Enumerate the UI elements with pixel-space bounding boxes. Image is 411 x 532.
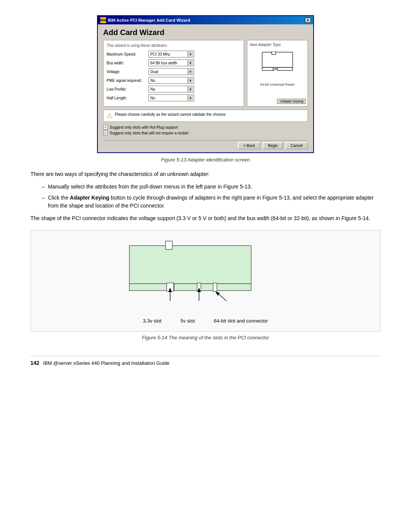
pci-labels: 3.3v slot 5v slot 64-bit slot and connec… <box>143 318 268 324</box>
select-speed[interactable]: PCI 33 Mhz ▼ <box>148 51 194 58</box>
svg-rect-1 <box>272 51 276 54</box>
adapter-diagram <box>250 48 305 81</box>
chevron-down-icon: ▼ <box>188 69 193 74</box>
chevron-down-icon: ▼ <box>188 86 193 92</box>
close-button[interactable]: × <box>305 18 311 23</box>
wizard-heading: Add Card Wizard <box>103 28 308 37</box>
page-number: 142 <box>30 360 39 366</box>
form-row-lowprofile: Low Profile: No ▼ <box>107 86 241 93</box>
chevron-down-icon: ▼ <box>188 51 193 57</box>
svg-rect-7 <box>166 241 172 249</box>
figure13-caption: Figure 5-13 Adapter identification scree… <box>30 157 381 163</box>
svg-rect-12 <box>213 283 217 291</box>
svg-rect-10 <box>167 283 174 291</box>
dialog-titlebar: IBM IBM Active PCI Manager Add Card Wiza… <box>98 16 313 24</box>
form-row-buswidth: Bus width: 64 Bit bus width ▼ <box>107 59 241 66</box>
svg-rect-0 <box>262 52 293 67</box>
dialog-title: IBM Active PCI Manager Add Card Wizard <box>108 18 190 22</box>
form-row-voltage: Voltage: Dual ▼ <box>107 68 241 75</box>
right-pane: New Adapter Type <box>247 40 308 107</box>
adapter-keying-button[interactable]: Adapter Keying <box>277 99 306 104</box>
select-buswidth[interactable]: 64 Bit bus width ▼ <box>148 59 194 66</box>
svg-rect-11 <box>197 283 201 291</box>
form-row-speed: Maximum Speed: PCI 33 Mhz ▼ <box>107 51 241 58</box>
svg-rect-3 <box>277 67 293 70</box>
svg-rect-4 <box>273 68 275 70</box>
select-halflength-value: No <box>150 96 188 100</box>
checkbox-hotplug[interactable]: ✓ <box>103 125 108 129</box>
chevron-down-icon: ▼ <box>188 60 193 66</box>
back-button[interactable]: < Back <box>238 142 260 149</box>
adapter-keying-bold: Adapter Keying <box>70 195 109 201</box>
checkbox-norestart[interactable]: ✓ <box>103 131 108 135</box>
pci-figure: 3.3v slot 5v slot 64-bit slot and connec… <box>30 230 381 332</box>
checkbox-section: ✓ Suggest only slots with Hot-Plug suppo… <box>103 124 308 137</box>
dialog-footer: < Back Begin Cancel <box>103 140 308 149</box>
label-voltage: Voltage: <box>107 70 148 74</box>
select-voltage-value: Dual <box>150 70 188 74</box>
list-item-1: Manually select the attributes from the … <box>42 183 381 191</box>
chevron-down-icon: ▼ <box>188 95 193 101</box>
figure14-caption: Figure 5-14 The meaning of the slots in … <box>30 335 381 340</box>
add-card-wizard-dialog: IBM IBM Active PCI Manager Add Card Wiza… <box>97 15 314 153</box>
dialog-content: This wizard is using these attributes Ma… <box>103 40 308 107</box>
left-pane-title: This wizard is using these attributes <box>107 43 241 48</box>
svg-rect-6 <box>129 246 251 284</box>
begin-button[interactable]: Begin <box>263 142 283 149</box>
svg-rect-5 <box>275 68 277 70</box>
warning-icon: ⚠ <box>107 112 113 119</box>
app-icon: IBM <box>100 17 106 23</box>
pci-diagram-area <box>107 238 304 314</box>
label-speed: Maximum Speed: <box>107 52 148 56</box>
label-3v-slot: 3.3v slot <box>143 318 161 324</box>
select-lowprofile[interactable]: No ▼ <box>148 86 194 93</box>
warning-section: ⚠ Please choose carefully as the wizard … <box>103 110 308 122</box>
list-item-2: Click the Adapter Keying button to cycle… <box>42 194 381 210</box>
checkbox-norestart-label: Suggest only slots that will not require… <box>110 131 188 135</box>
chevron-down-icon: ▼ <box>188 78 193 83</box>
dialog-wrapper: IBM IBM Active PCI Manager Add Card Wiza… <box>30 15 381 153</box>
form-row-pme: PME signal required: No ▼ <box>107 77 241 84</box>
warning-text: Please choose carefully as the wizard ca… <box>115 112 226 117</box>
footer-text: IBM @server xSeries 440 Planning and Ins… <box>43 360 169 366</box>
label-lowprofile: Low Profile: <box>107 87 148 91</box>
body-text-2: The shape of the PCI connector indicates… <box>30 214 381 222</box>
adapter-svg <box>258 51 296 78</box>
select-speed-value: PCI 33 Mhz <box>150 52 188 56</box>
bullet-text-1: Manually select the attributes from the … <box>48 184 252 190</box>
select-voltage[interactable]: Dual ▼ <box>148 68 194 75</box>
label-halflength: Half Length: <box>107 96 148 100</box>
select-lowprofile-value: No <box>150 87 188 91</box>
bullet-list: Manually select the attributes from the … <box>42 183 381 210</box>
label-buswidth: Bus width: <box>107 61 148 65</box>
label-pme: PME signal required: <box>107 78 148 83</box>
svg-line-15 <box>219 294 226 301</box>
select-pme-value: No <box>150 78 188 83</box>
pci-connector-svg <box>107 238 304 314</box>
label-64bit-slot: 64-bit slot and connector <box>214 318 268 324</box>
form-row-halflength: Half Length: No ▼ <box>107 94 241 101</box>
dialog-body: Add Card Wizard This wizard is using the… <box>98 24 313 152</box>
svg-rect-9 <box>174 284 251 291</box>
svg-rect-2 <box>262 67 274 70</box>
titlebar-left: IBM IBM Active PCI Manager Add Card Wiza… <box>100 17 190 23</box>
cancel-button[interactable]: Cancel <box>285 142 308 149</box>
adapter-diagram-label: 64-bit Universal Power <box>250 83 305 86</box>
left-pane: This wizard is using these attributes Ma… <box>103 40 244 107</box>
svg-rect-8 <box>129 284 167 291</box>
checkbox-row-norestart: ✓ Suggest only slots that will not requi… <box>103 131 308 135</box>
label-5v-slot: 5v slot <box>180 318 195 324</box>
select-pme[interactable]: No ▼ <box>148 77 194 84</box>
right-pane-title: New Adapter Type <box>250 43 305 47</box>
checkbox-hotplug-label: Suggest only slots with Hot-Plug support <box>110 125 178 129</box>
checkbox-row-hotplug: ✓ Suggest only slots with Hot-Plug suppo… <box>103 125 308 129</box>
page-footer: 142 IBM @server xSeries 440 Planning and… <box>30 356 381 366</box>
select-buswidth-value: 64 Bit bus width <box>150 61 188 65</box>
body-text-1: There are two ways of specifying the cha… <box>30 170 381 178</box>
select-halflength[interactable]: No ▼ <box>148 94 194 101</box>
